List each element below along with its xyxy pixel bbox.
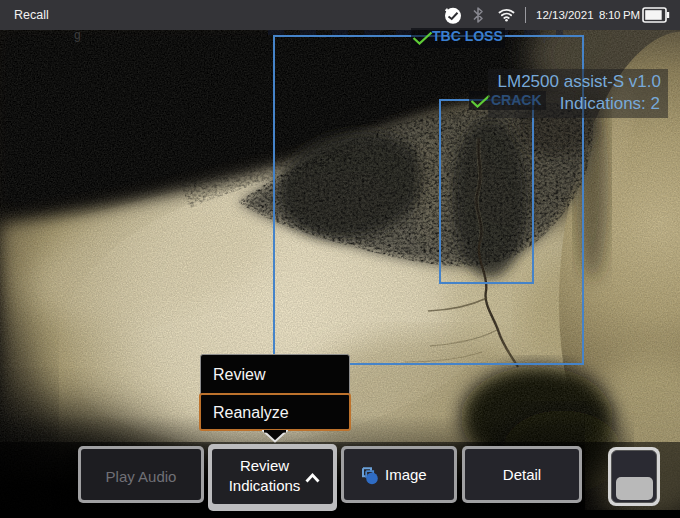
svg-text:g: g: [74, 30, 81, 42]
